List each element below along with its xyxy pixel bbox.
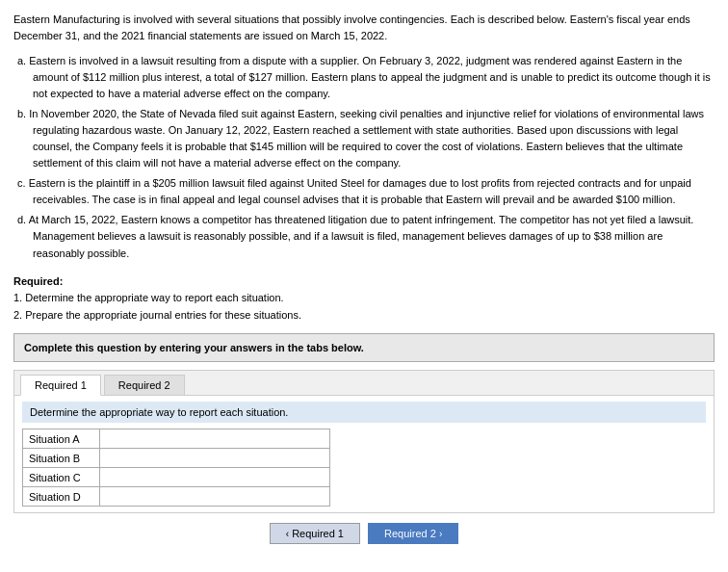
situation-a-text: Eastern is involved in a lawsuit resulti… xyxy=(29,55,711,99)
situation-c: c. Eastern is the plaintiff in a $205 mi… xyxy=(17,175,715,208)
situation-table: Situation A Situation B Situation C Situ… xyxy=(22,429,330,507)
table-row: Situation D xyxy=(23,487,330,507)
situation-d-label-cell: Situation D xyxy=(23,487,100,507)
tab-instruction-text: Determine the appropriate way to report … xyxy=(30,406,288,418)
situation-list: a. Eastern is involved in a lawsuit resu… xyxy=(13,53,715,262)
tab-instruction: Determine the appropriate way to report … xyxy=(22,402,706,423)
situation-d-input-cell[interactable] xyxy=(99,487,329,507)
tab-required1[interactable]: Required 1 xyxy=(20,375,101,396)
situation-b-text: In November 2020, the State of Nevada fi… xyxy=(29,108,704,169)
table-row: Situation C xyxy=(23,468,330,487)
situation-d-input[interactable] xyxy=(106,491,324,503)
situation-c-label-cell: Situation C xyxy=(23,468,100,487)
tabs-container: Required 1 Required 2 Determine the appr… xyxy=(13,370,715,513)
tabs-header: Required 1 Required 2 xyxy=(14,371,714,396)
situation-c-label: c. xyxy=(17,177,26,189)
situation-b-input-cell[interactable] xyxy=(99,449,329,468)
required-item-2: 2. Prepare the appropriate journal entri… xyxy=(13,309,301,321)
required-item-1: 1. Determine the appropriate way to repo… xyxy=(13,292,284,303)
tab-content-required1: Determine the appropriate way to report … xyxy=(14,396,714,512)
situation-c-input[interactable] xyxy=(106,472,324,483)
situation-a-input-cell[interactable] xyxy=(99,429,329,449)
situation-a-label-cell: Situation A xyxy=(23,429,100,449)
tab-required2-label: Required 2 xyxy=(118,379,170,391)
next-button[interactable]: Required 2 › xyxy=(368,523,458,544)
prev-chevron-icon: ‹ xyxy=(286,529,289,539)
situation-d-label: d. xyxy=(17,214,26,225)
table-row: Situation B xyxy=(23,449,330,468)
next-button-label: Required 2 xyxy=(384,528,436,539)
tab-required2[interactable]: Required 2 xyxy=(104,375,185,395)
question-box-text: Complete this question by entering your … xyxy=(24,342,364,353)
situation-b-label: b. xyxy=(17,108,26,119)
situation-b: b. In November 2020, the State of Nevada… xyxy=(17,106,715,171)
situation-c-text: Eastern is the plaintiff in a $205 milli… xyxy=(29,177,691,205)
required-section: Required: 1. Determine the appropriate w… xyxy=(13,273,715,325)
table-row: Situation A xyxy=(23,429,330,449)
situation-b-label-cell: Situation B xyxy=(23,449,100,468)
prev-button[interactable]: ‹ Required 1 xyxy=(270,523,360,544)
situation-c-input-cell[interactable] xyxy=(99,468,329,487)
next-chevron-icon: › xyxy=(439,529,442,539)
nav-buttons: ‹ Required 1 Required 2 › xyxy=(13,523,715,544)
situation-a-label: a. xyxy=(17,55,26,66)
intro-text: Eastern Manufacturing is involved with s… xyxy=(13,12,715,43)
situation-a: a. Eastern is involved in a lawsuit resu… xyxy=(17,53,715,102)
situation-d: d. At March 15, 2022, Eastern knows a co… xyxy=(17,212,715,261)
prev-button-label: Required 1 xyxy=(292,528,344,539)
required-title: Required: xyxy=(13,275,63,287)
situation-b-input[interactable] xyxy=(106,453,324,464)
situation-a-input[interactable] xyxy=(106,433,324,445)
question-box: Complete this question by entering your … xyxy=(13,333,715,362)
situation-d-text: At March 15, 2022, Eastern knows a compe… xyxy=(29,214,694,258)
tab-required1-label: Required 1 xyxy=(35,379,87,391)
